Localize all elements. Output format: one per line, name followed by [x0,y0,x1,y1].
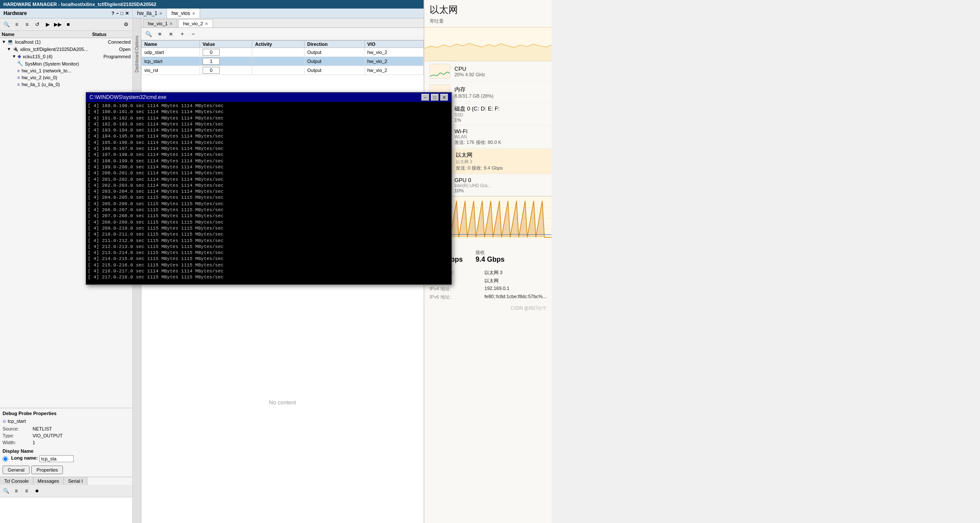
vio1-icon: ≡ [17,68,20,73]
vio-remove-button[interactable]: − [188,29,198,39]
vio-expand-button[interactable]: ≡ [166,29,176,39]
tree-label-hw-ila-1: hw_ila_1 (u_ila_0) [21,82,131,87]
ipv4-value: 192.169.0.1 [484,286,547,292]
properties-tab-button[interactable]: Properties [31,466,63,474]
vio-collapse-button[interactable]: ≡ [155,29,164,39]
device-icon: 🔌 [12,46,18,52]
tab-hw-vios-close[interactable]: ✕ [192,11,195,16]
console-collapse-button[interactable]: ≡ [12,486,21,496]
col-status-header: Status [92,32,131,37]
gpu-info: GPU 0 Intel(R) UHD Gra... 10% [454,177,547,193]
memory-detail: 8.8/31.7 GB (28%) [454,93,547,99]
refresh-button[interactable]: ↺ [33,20,42,29]
tree-label-xilinx: xilinx_tcf/Digilent/21025DA205... [20,47,119,52]
minimize-sidebar-icon[interactable]: − [116,11,119,16]
cell-value-udp[interactable] [200,48,252,57]
tree-item-sysmon[interactable]: 🔧 SysMon (System Monitor) [0,60,132,67]
source-label: Source: [3,426,33,431]
program-all-button[interactable]: ▶▶ [53,20,63,29]
tab-serial[interactable]: Serial I [64,477,87,485]
cpu-detail: 20% 4.92 GHz [454,72,547,77]
console-stop-button[interactable]: ■ [32,486,42,496]
cell-value-viorst[interactable] [200,66,252,75]
vio-tab-hw-vio-1[interactable]: hw_vio_1 ✕ [143,19,177,27]
cell-name-udp: udp_start [142,48,200,57]
cmd-window: C:\WINDOWS\system32\cmd.exe − □ ✕ [ 4] 1… [86,92,452,285]
general-tab-button[interactable]: General [3,466,30,474]
cmd-minimize-button[interactable]: − [421,94,429,101]
vio-tab-hw-vio-1-close[interactable]: ✕ [169,21,173,26]
sysmon-icon: 🔧 [17,61,23,66]
console-search-button[interactable]: 🔍 [1,486,11,496]
tree-label-sysmon: SysMon (System Monitor) [25,61,131,66]
dashboard-options-label[interactable]: Dashboard Options [134,36,139,72]
float-sidebar-icon[interactable]: □ [120,11,123,16]
expand-all-button[interactable]: ≡ [22,20,32,29]
tree-item-hw-ila-1[interactable]: ≡ hw_ila_1 (u_ila_0) [0,81,132,88]
stop-button[interactable]: ■ [63,20,73,29]
col-header-direction: Direction [305,41,365,48]
tree-item-fpga[interactable]: ▼ ◆ xcku115_0 (4) Programmed [0,53,132,60]
long-name-radio[interactable] [3,456,8,462]
debug-props-title: Debug Probe Properties [3,411,130,416]
tree-item-xilinx[interactable]: ▼ 🔌 xilinx_tcf/Digilent/21025DA205... Op… [0,45,132,53]
disk-info: 磁盘 0 (C: D: E: F: SSD 1% [454,105,547,123]
collapse-all-button[interactable]: ≡ [12,20,21,29]
ethernet-info: 以太网 以太网 3 发送: 0 接收: 9.4 Gbps [456,151,547,171]
vio-tab-hw-vio-2[interactable]: hw_vio_2 ✕ [178,19,212,27]
host-icon: 💻 [7,39,13,45]
vio-search-button[interactable]: 🔍 [144,29,153,39]
width-label: Width: [3,440,33,445]
tab-hw-vios-label: hw_vios [171,10,190,16]
vio2-icon: ≡ [17,75,20,80]
tree-item-hw-vio-1[interactable]: ≡ hw_vio_1 (network_to... [0,67,132,74]
help-icon[interactable]: ? [111,11,114,16]
wifi-wlan: WLAN [454,134,547,139]
program-button[interactable]: ▶ [43,20,52,29]
search-sidebar-button[interactable]: 🔍 [2,20,11,29]
settings-button[interactable]: ⚙ [121,20,131,29]
conn-type-value: 以太网 [484,278,547,284]
cell-name-viorst: vio_rst [142,66,200,75]
vio-tab-hw-vio-2-label: hw_vio_2 [183,21,203,26]
cell-value-tcp[interactable] [200,57,252,66]
vio-add-button[interactable]: ＋ [177,29,187,39]
cell-activity-viorst [252,66,305,75]
gpu-detail: 10% [454,188,547,193]
tab-hw-ila-1-close[interactable]: ✕ [159,11,162,16]
wifi-info: Wi-Fi WLAN 发送: 176 接收: 80.0 K [454,128,547,146]
perf-item-cpu[interactable]: CPU 20% 4.92 GHz [424,61,552,82]
ethernet-name: 以太网 [456,151,547,159]
table-row-vio-rst[interactable]: vio_rst Output hw_vio_2 [142,66,424,75]
source-value: NETLIST [33,426,52,431]
tree-item-localhost[interactable]: ▼ 💻 localhost (1) Connected [0,38,132,45]
vio-tab-hw-vio-1-label: hw_vio_1 [148,21,167,26]
col-header-value: Value [200,41,252,48]
col-header-activity: Activity [252,41,305,48]
ethernet-detail2: 以太网 3 [456,159,547,165]
expand-icon-localhost: ▼ [2,39,6,44]
tree-item-hw-vio-2[interactable]: ≡ hw_vio_2 (vio_0) [0,74,132,81]
long-name-input[interactable] [39,455,74,462]
tab-hw-ila-1[interactable]: hw_ila_1 ✕ [133,9,167,18]
tab-tcl-console[interactable]: Tcl Console [0,477,33,485]
cpu-info: CPU 20% 4.92 GHz [454,66,547,77]
table-row-tcp-start[interactable]: tcp_start Output hw_vio_2 [142,57,424,66]
close-sidebar-icon[interactable]: ✕ [125,11,129,16]
gpu-detail2: Intel(R) UHD Gra... [454,183,547,188]
tree-label-hw-vio-2: hw_vio_2 (vio_0) [21,75,131,80]
cpu-name: CPU [454,66,547,72]
cell-vio-viorst: hw_vio_2 [365,66,423,75]
table-row-udp-start[interactable]: udp_start Output hw_vio_2 [142,48,424,57]
vio-tab-hw-vio-2-close[interactable]: ✕ [205,21,208,26]
cell-activity-udp [252,48,305,57]
disk-detail2: SSD [454,113,547,117]
cmd-close-button[interactable]: ✕ [440,94,448,101]
console-expand-button[interactable]: ≡ [22,486,31,496]
cpu-thumb [430,64,450,79]
cmd-restore-button[interactable]: □ [431,94,439,101]
tab-messages[interactable]: Messages [33,477,64,485]
disk-detail: 1% [454,117,547,123]
tree-status-xilinx: Open [119,47,131,52]
tab-hw-vios[interactable]: hw_vios ✕ [167,9,200,18]
